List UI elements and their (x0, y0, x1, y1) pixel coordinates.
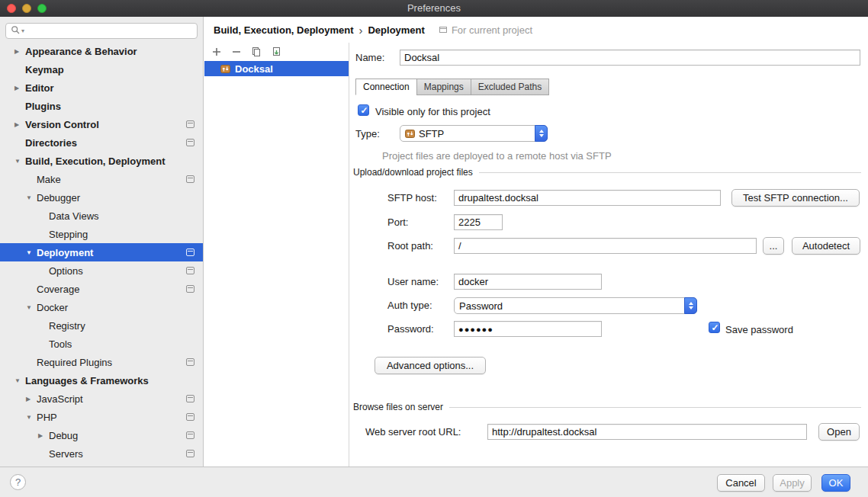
sidebar-item-plugins[interactable]: Plugins (0, 97, 203, 115)
paste-icon[interactable] (268, 45, 283, 59)
chevron-right-icon[interactable]: ▶ (13, 48, 25, 55)
chevron-down-icon[interactable]: ▼ (24, 249, 37, 256)
combo-stepper-icon (535, 125, 548, 142)
chevron-right-icon[interactable]: ▶ (24, 396, 37, 402)
sidebar-item-registry[interactable]: Registry (0, 316, 203, 335)
sftp-server-icon (220, 64, 230, 74)
tab-connection[interactable]: Connection (355, 79, 417, 95)
visible-only-checkbox[interactable] (358, 104, 369, 116)
add-icon[interactable] (209, 45, 223, 59)
sidebar-item-docker[interactable]: ▼Docker (0, 298, 203, 316)
sidebar-item-deployment[interactable]: ▼Deployment (0, 243, 203, 261)
save-password-label: Save password (725, 324, 793, 335)
sidebar-item-javascript[interactable]: ▶JavaScript (0, 390, 203, 408)
ok-button[interactable]: OK (821, 474, 850, 492)
remove-icon[interactable] (229, 45, 243, 59)
port-input[interactable] (454, 214, 503, 230)
project-level-badge-icon (186, 395, 194, 402)
chevron-down-icon[interactable]: ▼ (24, 304, 37, 311)
sidebar-item-stepping[interactable]: Stepping (0, 225, 203, 243)
chevron-down-icon[interactable]: ▼ (13, 377, 25, 384)
server-list-panel: Docksal (204, 43, 349, 467)
advanced-options-button[interactable]: Advanced options... (375, 357, 486, 374)
chevron-down-icon[interactable]: ▼ (24, 194, 37, 201)
auth-type-select[interactable]: Password (454, 297, 697, 314)
help-button[interactable]: ? (10, 474, 26, 490)
sftp-host-label: SFTP host: (387, 192, 437, 204)
apply-button[interactable]: Apply (773, 474, 812, 492)
tab-excluded-paths[interactable]: Excluded Paths (471, 79, 549, 95)
tab-mappings[interactable]: Mappings (416, 79, 471, 95)
user-name-label: User name: (387, 276, 439, 287)
sftp-icon (405, 129, 415, 139)
settings-search-box[interactable]: ▾ (5, 23, 198, 39)
open-button[interactable]: Open (818, 423, 860, 441)
sidebar-item-required-plugins[interactable]: Required Plugins (0, 353, 203, 371)
sidebar-item-data-views[interactable]: Data Views (0, 207, 203, 225)
project-level-badge-icon (186, 267, 194, 274)
sidebar-item-coverage[interactable]: Coverage (0, 280, 203, 298)
chevron-right-icon[interactable]: ▶ (37, 432, 49, 439)
sidebar-item-label: Data Views (49, 210, 99, 222)
sidebar-item-debugger[interactable]: ▼Debugger (0, 188, 203, 207)
search-options-chevron-icon[interactable]: ▾ (21, 27, 24, 34)
server-item-label: Docksal (235, 63, 273, 75)
sidebar-item-label: Docker (37, 302, 68, 313)
sidebar-item-appearance-behavior[interactable]: ▶Appearance & Behavior (0, 42, 203, 60)
sidebar-item-directories[interactable]: Directories (0, 133, 203, 152)
type-select[interactable]: SFTP (400, 125, 548, 142)
save-password-checkbox[interactable] (709, 322, 720, 333)
copy-icon[interactable] (249, 45, 263, 59)
sidebar-item-php[interactable]: ▼PHP (0, 408, 203, 426)
root-path-input[interactable] (454, 238, 757, 254)
sidebar-item-options[interactable]: Options (0, 261, 203, 280)
project-scope-label: For current project (452, 24, 532, 36)
sidebar-item-keymap[interactable]: Keymap (0, 60, 203, 79)
chevron-right-icon[interactable]: ▶ (13, 85, 25, 91)
sftp-host-input[interactable] (454, 190, 721, 206)
user-name-input[interactable] (454, 274, 602, 290)
sidebar-item-label: Servers (49, 448, 83, 460)
sidebar-item-label: Plugins (25, 101, 61, 112)
server-list-item-docksal[interactable]: Docksal (204, 61, 349, 76)
web-root-input[interactable] (487, 424, 807, 440)
sidebar-item-label: Required Plugins (37, 357, 112, 368)
settings-search-input[interactable] (28, 26, 192, 37)
sidebar-item-make[interactable]: Make (0, 170, 203, 188)
project-level-badge-icon (186, 450, 194, 457)
project-scope-icon (439, 25, 448, 34)
cancel-button[interactable]: Cancel (717, 474, 765, 492)
breadcrumb-separator-icon: › (358, 24, 362, 37)
upload-section-header: Upload/download project files (353, 167, 861, 178)
type-help-text: Project files are deployed to a remote h… (382, 150, 612, 162)
titlebar: Preferences (0, 0, 868, 17)
name-label: Name: (355, 52, 384, 63)
type-value: SFTP (419, 128, 444, 139)
sidebar-item-languages-frameworks[interactable]: ▼Languages & Frameworks (0, 371, 203, 390)
sidebar-item-editor[interactable]: ▶Editor (0, 79, 203, 97)
name-input[interactable] (400, 50, 860, 66)
project-level-badge-icon (186, 248, 194, 256)
project-level-badge-icon (186, 358, 194, 366)
auth-type-label: Auth type: (387, 300, 432, 311)
sidebar-item-tools[interactable]: Tools (0, 335, 203, 353)
sidebar-item-version-control[interactable]: ▶Version Control (0, 115, 203, 133)
chevron-right-icon[interactable]: ▶ (13, 121, 25, 128)
sidebar-item-debug[interactable]: ▶Debug (0, 426, 203, 444)
chevron-down-icon[interactable]: ▼ (24, 414, 37, 421)
port-label: Port: (387, 216, 408, 228)
test-sftp-connection-button[interactable]: Test SFTP connection... (731, 189, 860, 207)
sidebar-item-servers[interactable]: Servers (0, 444, 203, 463)
type-label: Type: (355, 128, 380, 139)
password-input[interactable] (454, 321, 602, 337)
sidebar-item-label: Keymap (25, 64, 64, 75)
browse-root-path-button[interactable]: ... (763, 237, 784, 255)
sidebar-item-label: Version Control (25, 119, 99, 130)
sidebar-item-build-execution-deployment[interactable]: ▼Build, Execution, Deployment (0, 152, 203, 170)
chevron-down-icon[interactable]: ▼ (13, 158, 25, 165)
browse-section-title: Browse files on server (353, 402, 443, 412)
sidebar-item-label: Deployment (37, 247, 93, 258)
settings-tree: ▶Appearance & BehaviorKeymap▶EditorPlugi… (0, 42, 203, 463)
autodetect-button[interactable]: Autodetect (792, 237, 860, 255)
sidebar-item-label: Languages & Frameworks (25, 375, 149, 386)
